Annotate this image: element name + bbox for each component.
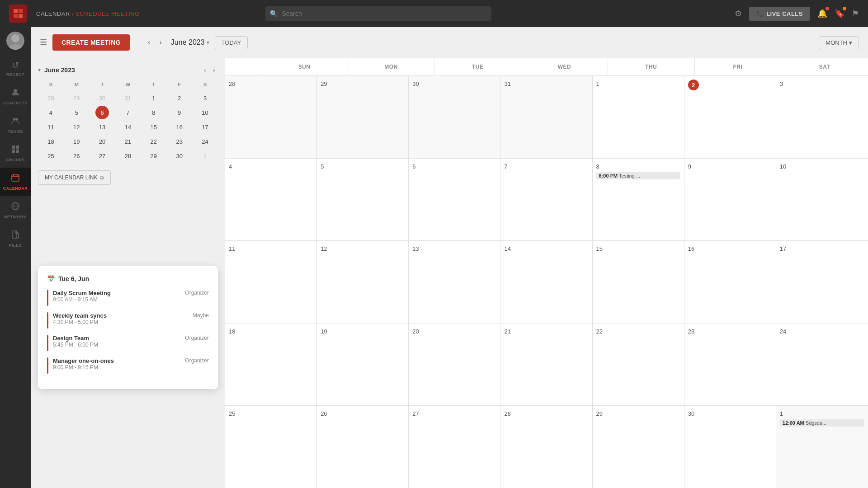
- mini-cal-day[interactable]: 22: [147, 135, 160, 148]
- cal-cell[interactable]: 2: [684, 76, 776, 158]
- cal-cell[interactable]: 7: [500, 159, 592, 241]
- create-meeting-button[interactable]: CREATE MEETING: [52, 34, 130, 51]
- today-button[interactable]: TODAY: [215, 36, 248, 49]
- breadcrumb-base[interactable]: CALENDAR: [36, 10, 70, 17]
- prev-month-button[interactable]: ‹: [144, 37, 154, 48]
- cal-cell[interactable]: 13: [409, 241, 500, 323]
- event-item[interactable]: Manager one-on-ones 9:00 PM - 9:15 PM Or…: [47, 357, 209, 374]
- cal-cell[interactable]: 19: [317, 324, 409, 406]
- mini-cal-day[interactable]: 24: [198, 135, 212, 148]
- event-item[interactable]: Daily Scrum Meeting 9:00 AM - 9:15 AM Or…: [47, 290, 209, 306]
- mini-cal-day[interactable]: 2: [173, 91, 186, 105]
- month-selector[interactable]: June 2023 ▾: [171, 38, 209, 47]
- bookmark-button[interactable]: 🔖: [835, 9, 844, 19]
- cal-cell[interactable]: 26: [317, 406, 409, 488]
- mini-cal-day[interactable]: 13: [95, 120, 109, 134]
- mini-cal-day[interactable]: 15: [147, 120, 160, 134]
- cal-cell[interactable]: 4: [225, 159, 317, 241]
- cal-cell[interactable]: 28: [500, 406, 592, 488]
- mini-cal-day[interactable]: 7: [121, 106, 135, 119]
- cal-cell[interactable]: 29: [317, 76, 409, 158]
- menu-button[interactable]: ☰: [40, 38, 47, 47]
- cal-cell[interactable]: 23: [684, 324, 776, 406]
- cal-cell[interactable]: 27: [409, 406, 500, 488]
- cal-cell[interactable]: 20: [409, 324, 500, 406]
- cal-cell[interactable]: 6: [409, 159, 500, 241]
- cal-cell[interactable]: 9: [684, 159, 776, 241]
- mini-cal-day[interactable]: 9: [173, 106, 186, 119]
- cal-cell[interactable]: 1 12:00 AM Sdgsda...: [776, 406, 868, 488]
- sidebar-item-files[interactable]: FILES: [0, 225, 31, 253]
- mini-cal-day[interactable]: 28: [44, 91, 57, 105]
- mini-cal-next-button[interactable]: ›: [210, 66, 218, 75]
- mini-cal-day[interactable]: 25: [44, 149, 57, 163]
- mini-cal-collapse-icon[interactable]: ▾: [38, 67, 41, 73]
- mini-cal-day[interactable]: 30: [95, 91, 109, 105]
- sidebar-item-teams[interactable]: TEAMS: [0, 111, 31, 139]
- sidebar-item-calendar[interactable]: CALENDAR: [0, 168, 31, 196]
- cal-cell[interactable]: 25: [225, 406, 317, 488]
- cal-cell[interactable]: 14: [500, 241, 592, 323]
- cal-cell[interactable]: 21: [500, 324, 592, 406]
- mini-cal-day[interactable]: 28: [121, 149, 135, 163]
- avatar[interactable]: [6, 32, 24, 50]
- cal-event[interactable]: 6:00 PM Testing ...: [596, 172, 680, 179]
- mini-cal-day[interactable]: 29: [147, 149, 160, 163]
- sidebar-item-recent[interactable]: ↺ RECENT: [0, 54, 31, 82]
- cal-cell[interactable]: 8 6:00 PM Testing ...: [593, 159, 684, 241]
- mini-cal-day[interactable]: 8: [147, 106, 160, 119]
- cal-cell[interactable]: 24: [776, 324, 868, 406]
- cal-cell[interactable]: 22: [593, 324, 684, 406]
- sidebar-item-groups[interactable]: GROUPS: [0, 139, 31, 168]
- mini-cal-day[interactable]: 12: [70, 120, 83, 134]
- mini-cal-day[interactable]: 1: [147, 91, 160, 105]
- cal-cell[interactable]: 29: [593, 406, 684, 488]
- cal-cell[interactable]: 1: [593, 76, 684, 158]
- cal-cell[interactable]: 15: [593, 241, 684, 323]
- next-month-button[interactable]: ›: [156, 37, 165, 48]
- app-logo[interactable]: [9, 5, 27, 23]
- mini-cal-day[interactable]: 3: [198, 91, 212, 105]
- sidebar-item-contacts[interactable]: CONTACTS: [0, 82, 31, 111]
- mini-cal-day[interactable]: 20: [95, 135, 109, 148]
- cal-cell[interactable]: 3: [776, 76, 868, 158]
- event-item[interactable]: Weekly team syncs 4:30 PM - 5:00 PM Mayb…: [47, 312, 209, 328]
- mini-cal-day[interactable]: 14: [121, 120, 135, 134]
- cal-cell[interactable]: 17: [776, 241, 868, 323]
- flag-button[interactable]: ⚑: [852, 9, 859, 19]
- mini-cal-day[interactable]: 26: [70, 149, 83, 163]
- cal-cell[interactable]: 18: [225, 324, 317, 406]
- live-calls-button[interactable]: 📞 LIVE CALLS: [749, 7, 810, 21]
- mini-cal-day[interactable]: 4: [44, 106, 57, 119]
- cal-cell[interactable]: 31: [500, 76, 592, 158]
- cal-cell[interactable]: 28: [225, 76, 317, 158]
- mini-cal-day[interactable]: 10: [198, 106, 212, 119]
- mini-cal-day[interactable]: 1: [198, 149, 212, 163]
- mini-cal-day[interactable]: 30: [173, 149, 186, 163]
- cal-cell[interactable]: 10: [776, 159, 868, 241]
- mini-cal-day[interactable]: 29: [70, 91, 83, 105]
- cal-event[interactable]: 12:00 AM Sdgsda...: [780, 419, 864, 427]
- view-button[interactable]: MONTH ▾: [819, 36, 859, 49]
- cal-cell[interactable]: 16: [684, 241, 776, 323]
- cal-cell[interactable]: 11: [225, 241, 317, 323]
- notifications-button[interactable]: 🔔: [817, 9, 827, 19]
- event-item[interactable]: Design Team 5:45 PM - 6:00 PM Organizer: [47, 335, 209, 351]
- mini-cal-today[interactable]: 6: [95, 106, 109, 119]
- mini-cal-day[interactable]: 16: [173, 120, 186, 134]
- mini-cal-day[interactable]: 23: [173, 135, 186, 148]
- cal-cell[interactable]: 30: [684, 406, 776, 488]
- cal-cell[interactable]: 5: [317, 159, 409, 241]
- mini-cal-day[interactable]: 19: [70, 135, 83, 148]
- mini-cal-day[interactable]: 31: [121, 91, 135, 105]
- mini-cal-prev-button[interactable]: ‹: [201, 66, 209, 75]
- cal-cell[interactable]: 30: [409, 76, 500, 158]
- settings-icon[interactable]: ⚙: [735, 9, 742, 19]
- sidebar-item-network[interactable]: NETWORK: [0, 196, 31, 225]
- cal-cell[interactable]: 12: [317, 241, 409, 323]
- mini-cal-day[interactable]: 21: [121, 135, 135, 148]
- search-input[interactable]: [265, 6, 491, 21]
- mini-cal-day[interactable]: 5: [70, 106, 83, 119]
- mini-cal-day[interactable]: 27: [95, 149, 109, 163]
- mini-cal-day[interactable]: 18: [44, 135, 57, 148]
